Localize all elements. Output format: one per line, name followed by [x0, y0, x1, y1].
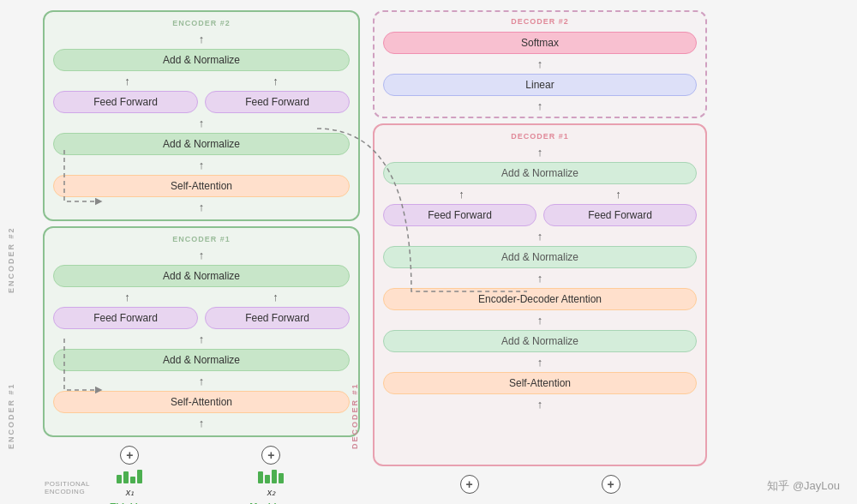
- arrow-dec1-top: ↑: [383, 147, 697, 158]
- encoder2-box: ENCODER #2 ↑ Add & Normalize ↑↑ Feed For…: [43, 10, 360, 221]
- encoder1-box: ENCODER #1 ↑ Add & Normalize ↑↑ Feed For…: [43, 226, 360, 437]
- arrow-dec1-ff-mid: ↑: [383, 231, 697, 242]
- bar5: [258, 471, 263, 483]
- dec1-ff2: Feed Forward: [543, 204, 697, 226]
- decoder-input-x4: +: [602, 475, 620, 494]
- softmax-pill: Softmax: [383, 32, 697, 54]
- enc2-ff-row: Feed Forward Feed Forward: [53, 91, 350, 113]
- arrows-enc2-ff: ↑↑: [53, 75, 350, 87]
- left-column: ENCODER #2 ENCODER #1 ENCODER #2 ↑ Add &…: [43, 10, 360, 497]
- decoder1-label: DECODER #1: [383, 132, 697, 141]
- enc2-add-norm2: Add & Normalize: [53, 49, 350, 71]
- enc1-add-norm1: Add & Normalize: [53, 349, 350, 371]
- decoder1-side-label: DECODER #1: [351, 295, 359, 449]
- x1-sub: x₁: [126, 487, 135, 498]
- encoder2-side-label: ENCODER #2: [7, 156, 15, 293]
- bar7: [272, 470, 277, 483]
- watermark: 知乎 @JayLou: [767, 478, 840, 494]
- linear-pill: Linear: [383, 74, 697, 96]
- arrow-softmax: ↑: [383, 58, 697, 69]
- dec1-add-norm3: Add & Normalize: [383, 162, 697, 184]
- enc1-self-attention: Self-Attention: [53, 391, 350, 413]
- decoder-bottom: + +: [373, 471, 707, 497]
- plus-dec1: +: [460, 475, 479, 494]
- arrow-enc1-mid: ↑: [53, 333, 350, 345]
- bars-x1: [117, 468, 142, 483]
- plus-x2: +: [261, 446, 280, 465]
- arrow-enc2-top: ↑: [53, 33, 350, 45]
- bar1: [117, 475, 122, 483]
- arrows-dec1-ff: ↑↑: [383, 189, 697, 200]
- encoder2-label: ENCODER #2: [53, 19, 350, 27]
- decoder2-box: DECODER #2 Softmax ↑ Linear ↑: [373, 10, 707, 118]
- arrow-dec1-an1: ↑: [383, 315, 697, 326]
- decoder1-box: DECODER #1 DECODER #1 ↑ Add & Normalize …: [373, 123, 707, 466]
- arrow-enc2-sa: ↑: [53, 159, 350, 171]
- arrow-dec1-sa: ↑: [383, 357, 697, 368]
- plus-x1: +: [120, 446, 139, 465]
- enc2-ff2: Feed Forward: [205, 91, 350, 113]
- enc2-add-norm1: Add & Normalize: [53, 133, 350, 155]
- enc2-self-attention: Self-Attention: [53, 175, 350, 197]
- pos-encoding-label: POSITIONALENCODING: [45, 480, 90, 496]
- bar3: [130, 477, 135, 483]
- dec1-add-norm2: Add & Normalize: [383, 246, 697, 268]
- bar4: [137, 470, 142, 483]
- enc1-ff2: Feed Forward: [205, 307, 350, 329]
- x2-sub: x₂: [267, 487, 276, 498]
- bars-x2: [258, 468, 284, 483]
- arrows-enc1-ff: ↑↑: [53, 291, 350, 303]
- enc1-ff1: Feed Forward: [53, 307, 198, 329]
- arrow-dec1-encdec: ↑: [383, 273, 697, 284]
- bar8: [279, 473, 284, 483]
- encoder-bottom: POSITIONALENCODING + x₁ Thinking +: [43, 442, 360, 504]
- decoder-input-x3: +: [460, 475, 479, 494]
- arrow-linear: ↑: [383, 100, 697, 111]
- arrow-enc2-mid: ↑: [53, 117, 350, 129]
- bar2: [123, 471, 129, 483]
- input-group-x2: + x₂ Machines: [249, 446, 292, 504]
- encoder1-label: ENCODER #1: [53, 235, 350, 243]
- dec1-ff1: Feed Forward: [383, 204, 536, 226]
- enc2-ff1: Feed Forward: [53, 91, 198, 113]
- input-group-x1: + x₁ Thinking: [111, 446, 150, 504]
- dec1-ff-row: Feed Forward Feed Forward: [383, 204, 697, 226]
- dec1-enc-dec-attn: Encoder-Decoder Attention: [383, 288, 697, 310]
- arrow-enc1-top: ↑: [53, 249, 350, 261]
- x1-label-row: x₁: [126, 487, 135, 498]
- arrow-enc2-bottom: ↑: [53, 201, 350, 213]
- dec1-add-norm1: Add & Normalize: [383, 330, 697, 352]
- dec1-self-attention: Self-Attention: [383, 372, 697, 394]
- enc1-ff-row: Feed Forward Feed Forward: [53, 307, 350, 329]
- arrow-enc1-bottom: ↑: [53, 417, 350, 429]
- right-column: DECODER #2 Softmax ↑ Linear ↑ DECODER #1…: [373, 10, 707, 497]
- page-wrapper: ENCODER #2 ENCODER #1 ENCODER #2 ↑ Add &…: [0, 0, 857, 504]
- x2-label-row: x₂: [267, 487, 276, 498]
- content-area: ENCODER #2 ENCODER #1 ENCODER #2 ↑ Add &…: [0, 0, 857, 504]
- encoder1-side-label: ENCODER #1: [7, 312, 15, 449]
- enc1-add-norm2: Add & Normalize: [53, 265, 350, 287]
- decoder2-label: DECODER #2: [383, 17, 697, 26]
- bar6: [265, 475, 270, 483]
- arrow-dec1-bottom: ↑: [383, 399, 697, 410]
- plus-dec2: +: [602, 475, 620, 494]
- arrow-enc1-sa: ↑: [53, 375, 350, 387]
